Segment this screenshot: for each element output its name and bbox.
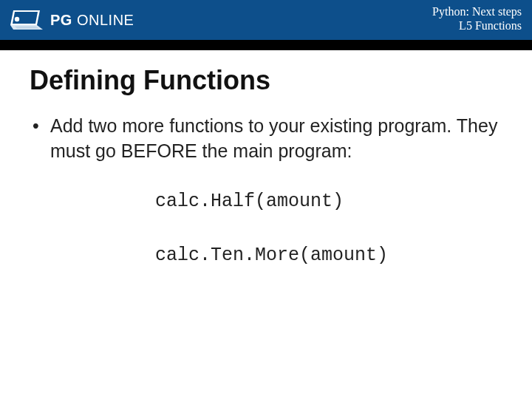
header-course-info: Python: Next steps L5 Functions <box>432 4 522 33</box>
brand-text: PG ONLINE <box>50 12 134 29</box>
divider-strip <box>0 40 532 50</box>
content-area: Defining Functions Add two more function… <box>0 50 532 266</box>
svg-point-0 <box>15 17 19 21</box>
lesson-title: L5 Functions <box>432 18 522 33</box>
brand-logo: PG ONLINE <box>0 9 134 31</box>
bullet-text: Add two more functions to your existing … <box>30 114 502 164</box>
brand-online: ONLINE <box>72 12 134 28</box>
slide: PG ONLINE Python: Next steps L5 Function… <box>0 0 532 399</box>
course-title: Python: Next steps <box>432 4 522 18</box>
code-line-1: calc.Half(amount) <box>30 191 502 212</box>
code-line-2: calc.Ten.More(amount) <box>30 245 502 266</box>
brand-pg: PG <box>50 12 72 28</box>
header-bar: PG ONLINE Python: Next steps L5 Function… <box>0 0 532 40</box>
page-title: Defining Functions <box>30 65 502 96</box>
laptop-icon <box>10 9 43 31</box>
